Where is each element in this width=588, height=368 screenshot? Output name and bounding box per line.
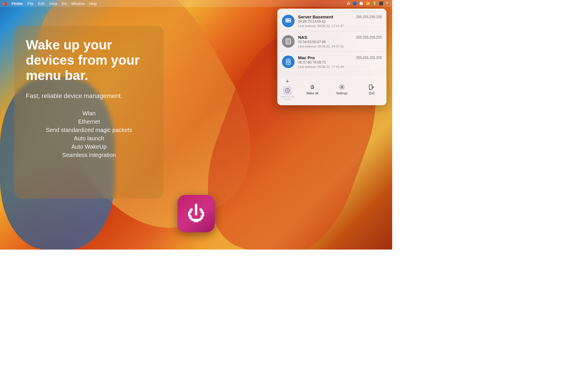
svg-point-24 (341, 86, 343, 88)
device-icon-server (282, 15, 295, 27)
device-name-nas: NAS (298, 35, 307, 40)
device-item-server[interactable]: Server Basement 255.255.255.255 04:85:75… (277, 11, 386, 31)
nas-icon (285, 38, 292, 45)
app-version-name: Wake on Lan (281, 95, 294, 98)
promo-features-list: Wlan Ethernet Send standardized magic pa… (26, 110, 152, 158)
svg-point-2 (290, 19, 291, 20)
device-item-nas[interactable]: NAS 255.255.255.255 02:54:63:50:07:86 La… (277, 31, 386, 52)
device-lastwake-macpro: Last wakeup: 08.06.22, 17:41:44 (298, 65, 382, 68)
device-mac-nas: 02:54:63:50:07:86 (298, 40, 382, 44)
menubar-help[interactable]: Help (89, 1, 97, 6)
settings-button[interactable]: Settings (327, 82, 357, 97)
device-name-server: Server Basement (298, 14, 333, 19)
feature-magic-packets: Send standardized magic packets (46, 127, 132, 133)
device-mac-macpro: 05:37:60:76:08:71 (298, 60, 382, 64)
device-info-nas: NAS 255.255.255.255 02:54:63:50:07:86 La… (298, 35, 382, 48)
quit-icon (368, 84, 375, 90)
device-lastwake-server: Last wakeup: 08.06.22, 17:41:47 (298, 24, 382, 28)
clock-icon: 🕑 (359, 1, 363, 5)
settings-label: Settings (336, 91, 348, 95)
quit-label: Quit (369, 91, 374, 95)
menubar: 🍎 Finder File Edit View Go Window Help ⏻… (0, 0, 392, 7)
power-symbol-icon: ⏻ (187, 204, 205, 223)
wifi-icon: 📶 (366, 1, 370, 5)
device-meta-row-nas: NAS 255.255.255.255 (298, 35, 382, 40)
device-item-macpro[interactable]: Mac Pro 255.255.255.255 05:37:60:76:08:7… (277, 52, 386, 72)
controlcenter-icon[interactable]: ⬛ (379, 1, 383, 5)
quit-button[interactable]: Quit (357, 82, 386, 97)
wake-all-icon (309, 84, 316, 90)
menubar-view[interactable]: View (49, 1, 57, 6)
promo-subtext: Fast, reliable device management. (26, 92, 152, 100)
device-ip-server: 255.255.255.255 (356, 15, 382, 19)
panel-toolbar: + Wake on Lan 1.0.0-7 Wake all (277, 74, 386, 105)
settings-icon (339, 84, 345, 90)
device-name-macpro: Mac Pro (298, 55, 315, 60)
wake-on-lan-icon (285, 88, 290, 93)
promo-card: Wake up your devices from your menu bar.… (14, 26, 164, 198)
device-meta-row-server: Server Basement 255.255.255.255 (298, 14, 382, 19)
menubar-right: ⏻ 🔵 🕑 📶 🔋 ⬛ 🔍 (347, 1, 390, 5)
menubar-left: 🍎 Finder File Edit View Go Window Help (2, 1, 97, 6)
feature-auto-launch: Auto launch (74, 135, 104, 142)
wol-icon (283, 86, 292, 95)
menubar-go[interactable]: Go (62, 1, 67, 6)
device-lastwake-nas: Last wakeup: 08.06.22, 14:37:41 (298, 45, 382, 48)
app-version-number: 1.0.0-7 (284, 98, 291, 101)
feature-auto-wakeup: Auto WakeUp (71, 143, 107, 150)
wake-all-label: Wake all (306, 91, 318, 95)
svg-point-9 (289, 39, 290, 40)
spotlight-icon[interactable]: 🔍 (386, 1, 390, 5)
apple-menu[interactable]: 🍎 (2, 1, 7, 6)
feature-ethernet: Ethernet (78, 118, 100, 125)
device-mac-server: 04:85:75:14:05:62 (298, 20, 382, 24)
device-ip-macpro: 255.255.255.255 (356, 56, 382, 60)
add-device-icon[interactable]: + (286, 78, 289, 85)
menubar-app-name[interactable]: Finder (11, 1, 23, 6)
power-status-icon: ⏻ (347, 1, 350, 5)
svg-point-11 (289, 43, 290, 43)
device-icon-nas (282, 35, 295, 48)
device-ip-nas: 255.255.255.255 (356, 35, 382, 39)
promo-headline: Wake up your devices from your menu bar. (26, 37, 152, 83)
menubar-file[interactable]: File (28, 1, 34, 6)
device-list: Server Basement 255.255.255.255 04:85:75… (277, 9, 386, 74)
feature-seamless: Seamless integration (62, 152, 116, 158)
server-icon (285, 18, 292, 24)
menu-panel: Server Basement 255.255.255.255 04:85:75… (277, 9, 386, 105)
wake-all-button[interactable]: Wake all (297, 82, 327, 97)
device-info-server: Server Basement 255.255.255.255 04:85:75… (298, 14, 382, 28)
bluetooth-icon: 🔵 (353, 1, 357, 5)
menubar-window[interactable]: Window (71, 1, 84, 6)
power-button[interactable]: ⏻ (177, 195, 215, 232)
wol-icon-wrapper (283, 86, 292, 95)
macpro-icon (285, 58, 292, 65)
menubar-edit[interactable]: Edit (38, 1, 45, 6)
svg-point-3 (290, 21, 291, 22)
svg-point-17 (288, 62, 289, 62)
device-icon-macpro (282, 55, 295, 68)
device-meta-row-macpro: Mac Pro 255.255.255.255 (298, 55, 382, 60)
feature-wlan: Wlan (82, 110, 96, 117)
device-info-macpro: Mac Pro 255.255.255.255 05:37:60:76:08:7… (298, 55, 382, 68)
svg-rect-25 (369, 85, 372, 89)
battery-icon: 🔋 (372, 1, 377, 5)
svg-point-10 (289, 41, 290, 42)
power-icon-container: ⏻ (177, 195, 215, 232)
toolbar-left: + Wake on Lan 1.0.0-7 (277, 77, 297, 102)
